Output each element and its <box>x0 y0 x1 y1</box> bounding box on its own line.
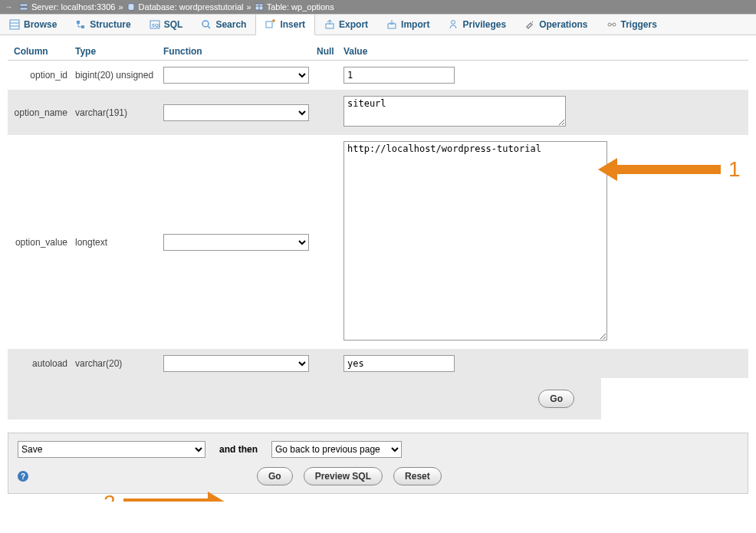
breadcrumb-database[interactable]: Database: wordpresstutorial <box>139 2 244 12</box>
help-icon[interactable]: ? <box>18 471 28 482</box>
function-select[interactable] <box>163 104 309 121</box>
breadcrumb: → Server: localhost:3306 » Database: wor… <box>0 0 756 14</box>
svg-rect-10 <box>81 25 84 28</box>
preview-sql-button[interactable]: Preview SQL <box>304 467 383 485</box>
tab-search[interactable]: Search <box>192 15 255 35</box>
field-name: option_value <box>14 237 75 248</box>
table-row: option_name varchar(191) siteurl <box>8 90 748 135</box>
value-textarea[interactable]: siteurl <box>343 96 566 127</box>
database-icon <box>127 2 136 12</box>
table-row: autoload varchar(20) <box>8 349 748 378</box>
then-select[interactable]: Go back to previous page <box>271 441 402 458</box>
go-row: Go <box>8 378 601 419</box>
field-name: option_name <box>14 107 75 118</box>
table-row: option_id bigint(20) unsigned <box>8 61 748 90</box>
sql-icon: SQL <box>150 19 160 30</box>
footer-actions: Save and then Go back to previous page ?… <box>8 433 748 494</box>
breadcrumb-server[interactable]: Server: localhost:3306 <box>31 2 115 12</box>
table-row: option_value longtext http://localhost/w… <box>8 135 748 349</box>
go-button[interactable]: Go <box>538 390 574 408</box>
svg-rect-9 <box>77 21 80 24</box>
field-type: varchar(191) <box>75 107 163 118</box>
function-select[interactable] <box>163 67 309 84</box>
triggers-icon <box>606 19 617 30</box>
export-icon <box>324 19 335 30</box>
tab-sql[interactable]: SQLSQL <box>140 15 192 35</box>
tab-export[interactable]: Export <box>315 15 377 35</box>
field-type: varchar(20) <box>75 358 163 369</box>
header-function: Function <box>163 46 317 57</box>
svg-point-23 <box>608 23 611 26</box>
value-input[interactable] <box>343 67 455 84</box>
breadcrumb-toggle-icon[interactable]: → <box>5 2 13 12</box>
and-then-label: and then <box>219 444 258 455</box>
tab-operations[interactable]: Operations <box>515 15 597 35</box>
svg-line-16 <box>208 26 210 28</box>
import-icon <box>386 19 397 30</box>
tab-browse[interactable]: Browse <box>0 15 66 35</box>
field-type: longtext <box>75 237 163 248</box>
svg-point-15 <box>202 21 209 27</box>
svg-rect-0 <box>20 4 28 6</box>
header-column: Column <box>14 46 75 57</box>
value-textarea[interactable]: http://localhost/wordpress-tutorial <box>343 141 607 341</box>
header-value: Value <box>343 46 748 57</box>
function-select[interactable] <box>163 355 309 372</box>
server-icon <box>19 2 28 12</box>
reset-button[interactable]: Reset <box>393 467 442 485</box>
browse-icon <box>9 19 20 30</box>
tab-privileges[interactable]: Privileges <box>439 15 515 35</box>
operations-icon <box>524 19 535 30</box>
column-headers: Column Type Function Null Value <box>8 43 748 61</box>
tab-insert[interactable]: Insert <box>255 15 315 35</box>
svg-rect-6 <box>10 20 19 29</box>
value-input[interactable] <box>343 355 455 372</box>
svg-text:SQL: SQL <box>152 23 160 28</box>
insert-icon <box>265 19 276 30</box>
breadcrumb-table[interactable]: Table: wp_options <box>267 2 334 12</box>
svg-point-24 <box>613 23 616 26</box>
privileges-icon <box>448 19 459 30</box>
svg-rect-17 <box>266 21 272 28</box>
search-icon <box>201 19 212 30</box>
field-name: autoload <box>14 358 75 369</box>
field-type: bigint(20) unsigned <box>75 70 163 81</box>
insert-form: Column Type Function Null Value option_i… <box>0 35 756 421</box>
table-icon <box>255 2 264 12</box>
header-type: Type <box>75 46 163 57</box>
tab-import[interactable]: Import <box>377 15 439 35</box>
structure-icon <box>75 19 86 30</box>
function-select[interactable] <box>163 234 309 251</box>
action-select[interactable]: Save <box>18 441 205 458</box>
tab-triggers[interactable]: Triggers <box>597 15 666 35</box>
header-null: Null <box>317 46 343 57</box>
field-name: option_id <box>14 70 75 81</box>
svg-point-22 <box>452 21 455 25</box>
tab-structure[interactable]: Structure <box>66 15 140 35</box>
svg-rect-1 <box>20 8 28 10</box>
go-button[interactable]: Go <box>257 467 293 485</box>
tabs: Browse Structure SQLSQL Search Insert Ex… <box>0 14 756 35</box>
